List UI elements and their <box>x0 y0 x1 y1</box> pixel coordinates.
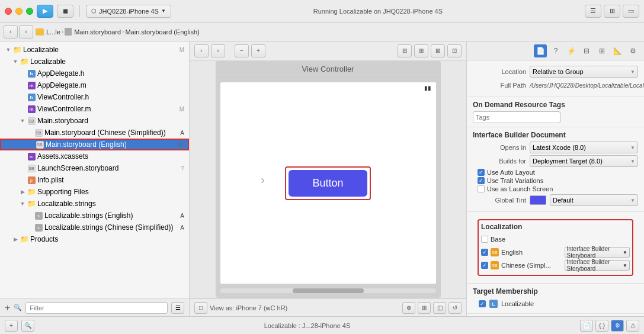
filter-input[interactable] <box>25 302 168 314</box>
opens-in-select[interactable]: Latest Xcode (8.0) ▼ <box>530 142 638 153</box>
location-row: Location Relative to Group ▼ <box>473 66 638 78</box>
scheme-selector[interactable]: ⬡ JHQ0228-iPhone 4S ▼ <box>86 5 171 18</box>
sidebar-item-main-storyboard-english[interactable]: SB Main.storyboard (English) M <box>0 139 189 150</box>
zoom-icon[interactable]: ⊕ <box>402 302 415 314</box>
inspector-tab-identity[interactable]: ⊟ <box>580 44 593 57</box>
location-select[interactable]: Relative to Group ▼ <box>530 66 638 78</box>
nav-back[interactable]: ‹ <box>4 25 18 38</box>
editor-nav-back[interactable]: ‹ <box>194 44 209 57</box>
sidebar-item-main-storyboard-chinese[interactable]: SB Main.storyboard (Chinese (Simplified)… <box>0 127 189 139</box>
size-icon[interactable]: ◫ <box>433 302 446 314</box>
nav-buttons: ‹ › <box>4 25 33 38</box>
layout-option-4[interactable]: ⊡ <box>447 44 462 57</box>
badge: M <box>178 142 183 148</box>
sidebar-item-loc-strings-english[interactable]: s Localizable.strings (English) A <box>0 210 189 221</box>
loc-chinese-checkbox[interactable] <box>481 262 488 269</box>
global-tint-label: Global Tint <box>473 197 526 204</box>
sidebar-item-loc-strings-chinese[interactable]: s Localizable.strings (Chinese (Simplifi… <box>0 221 189 233</box>
launch-screen-row[interactable]: Use as Launch Screen <box>473 185 638 192</box>
stop-button[interactable]: ◼ <box>57 5 73 18</box>
tags-input[interactable] <box>473 111 560 123</box>
sidebar-item-appdelegate-h[interactable]: h AppDelegate.h <box>0 68 189 79</box>
layout-option-1[interactable]: ⊟ <box>398 44 412 57</box>
bc-item-1[interactable]: L...le <box>36 28 60 36</box>
maximize-button[interactable] <box>26 8 33 15</box>
item-label: Main.storyboard (Chinese (Simplified)) <box>44 129 166 137</box>
sidebar-item-supporting-files[interactable]: 📁 Supporting Files <box>0 186 189 198</box>
arrow-icon <box>19 200 26 207</box>
opens-in-label: Opens in <box>473 144 526 151</box>
sidebar-item-viewcontroller-m[interactable]: m ViewController.m M <box>0 103 189 115</box>
layout-option-2[interactable]: ⊞ <box>414 44 428 57</box>
bottom-bar: + 🔍 Localizable : J...28-iPhone 4S 📄 { }… <box>0 316 644 334</box>
editor-nav-forward[interactable]: › <box>211 44 225 57</box>
close-button[interactable] <box>5 8 12 15</box>
scheme-info: Localizable : J...28-iPhone 4S <box>264 322 351 329</box>
horizontal-scrollbar[interactable] <box>220 288 436 293</box>
sidebar-item-viewcontroller-h[interactable]: h ViewController.h <box>0 91 189 103</box>
trait-variations-row[interactable]: Use Trait Variations <box>473 177 638 184</box>
inspector-tab-attrs[interactable]: ⊞ <box>595 44 608 57</box>
target-membership-title: Target Membership <box>473 287 638 296</box>
color-swatch[interactable] <box>530 195 546 205</box>
sidebar-item-localizable-root[interactable]: 📁 Localizable M <box>0 44 189 56</box>
bottom-code-icon[interactable]: { } <box>595 320 608 332</box>
inspector-location-section: Location Relative to Group ▼ Full Path /… <box>467 60 644 97</box>
sidebar-item-assets[interactable]: xc Assets.xcassets <box>0 150 189 162</box>
layout-option-3[interactable]: ⊠ <box>431 44 445 57</box>
bottom-target-icon[interactable]: ⚙ <box>611 320 624 332</box>
m-icon: m <box>27 81 36 89</box>
refresh-icon[interactable]: ↺ <box>448 302 462 314</box>
auto-layout-row[interactable]: Use Auto Layout <box>473 169 638 176</box>
sidebar-toggle[interactable]: ☰ <box>585 5 601 18</box>
loc-english-checkbox[interactable] <box>481 249 488 256</box>
filter-button[interactable]: 🔍 <box>21 320 34 332</box>
sidebar-item-products[interactable]: 📁 Products <box>0 233 189 245</box>
inspector-tab-file[interactable]: 📄 <box>534 44 547 57</box>
inspector-toggle[interactable]: ▭ <box>623 5 639 18</box>
view-device-icon[interactable]: □ <box>194 302 207 314</box>
run-button[interactable]: ▶ <box>37 5 53 18</box>
inspector-tab-size[interactable]: 📐 <box>611 44 624 57</box>
loc-base-checkbox[interactable] <box>481 236 488 243</box>
canvas-area: View Controller ▮▮ Button › <box>190 60 466 298</box>
add-item-button[interactable]: + <box>5 320 18 332</box>
global-tint-select[interactable]: Default ▼ <box>550 194 638 206</box>
sidebar-item-localizable-strings[interactable]: 📁 Localizable.strings <box>0 198 189 210</box>
sidebar-item-localizable-group[interactable]: 📁 Localizable <box>0 56 189 68</box>
nav-forward[interactable]: › <box>19 25 33 38</box>
launch-screen-checkbox[interactable] <box>478 185 485 192</box>
item-label: Localizable <box>23 46 59 54</box>
builds-for-select[interactable]: Deployment Target (8.0) ▼ <box>530 155 638 167</box>
title-area: Running Localizable on JHQ0228-iPhone 4S <box>175 8 581 15</box>
loc-chinese-type-select[interactable]: Interface Builder Storyboard ▼ <box>565 260 630 271</box>
minimize-button[interactable] <box>15 8 23 15</box>
opens-in-row: Opens in Latest Xcode (8.0) ▼ <box>473 142 638 153</box>
sidebar-item-launchscreen[interactable]: SB LaunchScreen.storyboard ? <box>0 162 189 174</box>
zoom-in[interactable]: + <box>251 44 265 57</box>
add-button[interactable]: + <box>5 303 10 313</box>
fullpath-value: /Users/JHQ0228/Desktop/Localizable/Local… <box>530 82 644 89</box>
bottom-warning-icon[interactable]: ⚠ <box>626 320 639 332</box>
bottom-add-icon[interactable]: 📄 <box>580 320 593 332</box>
trait-variations-checkbox[interactable] <box>478 177 485 184</box>
inspector-tab-connections[interactable]: ⚙ <box>626 44 639 57</box>
target-checkbox[interactable] <box>479 300 486 307</box>
filter-options[interactable]: ☰ <box>171 302 184 314</box>
auto-layout-checkbox[interactable] <box>478 169 485 176</box>
inspector-tab-quick[interactable]: ⚡ <box>565 44 578 57</box>
layout-icon[interactable]: ⊞ <box>418 302 431 314</box>
inspector-tab-help[interactable]: ? <box>549 44 562 57</box>
sidebar-item-appdelegate-m[interactable]: m AppDelegate.m <box>0 79 189 91</box>
sidebar-item-main-storyboard[interactable]: SB Main.storyboard <box>0 115 189 127</box>
blue-button[interactable]: Button <box>289 170 367 197</box>
bc-item-3[interactable]: Main.storyboard (English) <box>125 28 199 36</box>
editor-toggle[interactable]: ⊞ <box>604 5 620 18</box>
bc-item-2[interactable]: Main.storyboard <box>65 28 121 36</box>
chevron-down-icon: ▼ <box>630 198 635 203</box>
sidebar-item-infoplist[interactable]: p Info.plist <box>0 174 189 186</box>
item-label: Main.storyboard <box>37 117 88 125</box>
zoom-out[interactable]: − <box>235 44 249 57</box>
ibd-title: Interface Builder Document <box>473 131 638 139</box>
loc-english-type-select[interactable]: Interface Builder Storyboard ▼ <box>565 247 630 258</box>
